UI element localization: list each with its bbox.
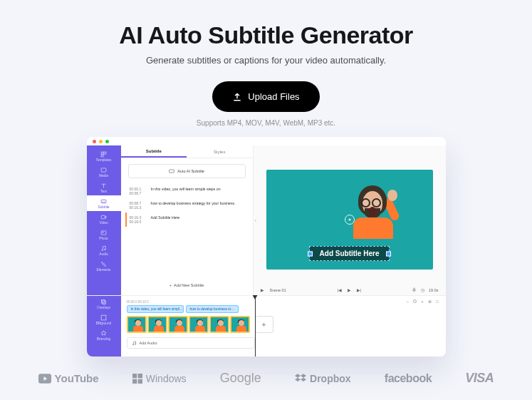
- svg-rect-1: [104, 152, 106, 154]
- add-clip-button[interactable]: +: [255, 316, 273, 333]
- svg-rect-5: [101, 215, 105, 219]
- titlebar: [87, 137, 446, 145]
- zoom-out-icon[interactable]: −: [407, 299, 410, 304]
- close-dot[interactable]: [93, 140, 96, 143]
- cc-icon: [169, 168, 174, 174]
- music-icon: [132, 341, 137, 346]
- prev-icon[interactable]: |◀: [338, 288, 342, 292]
- svg-rect-16: [103, 301, 106, 304]
- upload-label: Upload Files: [248, 91, 299, 102]
- clock-icon[interactable]: ◷: [421, 288, 424, 292]
- sidebar-item-branding[interactable]: Branding: [87, 327, 121, 343]
- supports-text: Supports MP4, MOV, M4V, WebM, MP3 etc.: [0, 119, 532, 127]
- facebook-logo: facebook: [385, 372, 432, 385]
- svg-rect-3: [101, 168, 106, 171]
- timeline-ruler: 00:00.0 00:10.0: [127, 299, 440, 305]
- fit-icon[interactable]: ⊕: [428, 299, 432, 304]
- scene-label: Scene 01: [270, 288, 286, 292]
- maximize-dot[interactable]: [105, 140, 109, 143]
- timeline-video-track[interactable]: +: [127, 315, 440, 334]
- collapse-panel-icon[interactable]: ‹: [255, 217, 257, 224]
- svg-rect-4: [101, 200, 106, 203]
- sidebar-item-text[interactable]: Text: [87, 180, 121, 195]
- sidebar-item-background[interactable]: BRground: [87, 312, 121, 327]
- mic-icon[interactable]: [412, 287, 417, 293]
- timeline: Overlays BRground Branding − + ⊕ □ 00:00…: [87, 295, 446, 357]
- svg-rect-22: [137, 374, 142, 378]
- sidebar-item-audio[interactable]: Audio: [87, 242, 121, 258]
- sidebar-item-media[interactable]: Media: [87, 164, 121, 180]
- windows-logo: Windows: [132, 373, 187, 384]
- duration-label: 19.0s: [429, 288, 438, 292]
- upload-button[interactable]: Upload Files: [212, 81, 319, 112]
- youtube-logo: YouTube: [38, 372, 99, 384]
- video-clip[interactable]: [147, 316, 167, 333]
- player-controls: ▶ Scene 01 |◀ ▶ ▶| ◷ 19.0s: [254, 285, 446, 295]
- hero: AI Auto Subtitle Generator Generate subt…: [0, 0, 532, 127]
- sidebar-item-subtitle[interactable]: Subtitle: [87, 195, 121, 211]
- auto-ai-subtitle-button[interactable]: Auto AI Subtitle: [128, 164, 246, 178]
- play-icon[interactable]: ▶: [261, 288, 264, 292]
- add-audio-button[interactable]: Add Audio: [127, 337, 255, 349]
- svg-rect-23: [132, 379, 137, 383]
- page-title: AI Auto Subtitle Generator: [0, 21, 532, 49]
- zoom-in-icon[interactable]: +: [421, 299, 424, 304]
- settings-icon[interactable]: □: [436, 299, 439, 304]
- editor-window: Templates Media Text Subtitle Video Phot…: [87, 137, 446, 357]
- svg-rect-2: [101, 154, 103, 156]
- add-subtitle-button[interactable]: + Add New Subtitle: [128, 280, 246, 291]
- video-clip[interactable]: [230, 316, 250, 333]
- svg-point-8: [102, 250, 103, 251]
- video-clip[interactable]: [189, 316, 209, 333]
- plus-icon: +: [169, 283, 172, 287]
- svg-rect-24: [137, 379, 142, 383]
- svg-rect-6: [101, 230, 106, 234]
- sidebar-item-overlays[interactable]: Overlays: [87, 296, 121, 312]
- subtitle-panel: Subtitle Styles Auto AI Subtitle 00:00.1…: [121, 145, 254, 295]
- dropbox-logo: Dropbox: [295, 373, 351, 384]
- subtitle-row[interactable]: 00:08.700:16.3 how to develop business s…: [125, 198, 246, 212]
- svg-point-9: [105, 249, 106, 250]
- focus-icon: [345, 215, 355, 225]
- google-logo: Google: [220, 371, 261, 386]
- minimize-dot[interactable]: [99, 140, 103, 143]
- subtitle-row[interactable]: 00:16.300:19.0 Add Subtitle Here: [125, 212, 246, 227]
- timeline-subtitle-clip[interactable]: how to develop business st…: [186, 305, 239, 313]
- visa-logo: VISA: [465, 371, 494, 386]
- sidebar-item-video[interactable]: Video: [87, 211, 121, 227]
- svg-point-19: [135, 344, 135, 344]
- tab-styles[interactable]: Styles: [187, 145, 253, 158]
- svg-point-18: [132, 344, 133, 344]
- tab-subtitle[interactable]: Subtitle: [121, 145, 187, 158]
- play-center-icon[interactable]: ▶: [348, 288, 351, 292]
- sidebar-item-elements[interactable]: Elements: [87, 258, 121, 274]
- upload-icon: [232, 92, 242, 102]
- brand-logos: YouTube Windows Google Dropbox facebook …: [0, 357, 532, 386]
- svg-point-11: [102, 262, 103, 263]
- video-clip[interactable]: [209, 316, 229, 333]
- subtitle-overlay[interactable]: Add Subtitle Here: [309, 246, 390, 261]
- sidebar-item-templates[interactable]: Templates: [87, 148, 121, 164]
- subtitle-row[interactable]: 00:00.100:08.7 In this video, you will l…: [125, 184, 246, 198]
- svg-point-10: [103, 263, 104, 265]
- next-icon[interactable]: ▶|: [357, 288, 361, 292]
- video-clip[interactable]: [168, 316, 188, 333]
- svg-rect-13: [169, 170, 174, 173]
- timeline-subtitle-clip[interactable]: In this video, you will learn simpl…: [127, 305, 184, 313]
- svg-rect-17: [101, 315, 106, 320]
- svg-rect-15: [102, 299, 105, 303]
- sidebar: Templates Media Text Subtitle Video Phot…: [87, 145, 121, 295]
- video-clip[interactable]: [127, 316, 147, 333]
- playhead[interactable]: [255, 296, 256, 357]
- video-preview[interactable]: Add Subtitle Here: [266, 170, 433, 270]
- video-subject: [348, 185, 397, 239]
- sidebar-item-photo[interactable]: Photo: [87, 227, 121, 242]
- page-subtitle: Generate subtitles or captions for your …: [0, 55, 532, 66]
- svg-point-12: [105, 265, 106, 267]
- svg-rect-0: [101, 152, 103, 154]
- svg-point-7: [103, 232, 104, 233]
- svg-rect-21: [132, 374, 137, 378]
- zoom-slider[interactable]: [413, 299, 417, 303]
- svg-rect-14: [414, 288, 415, 290]
- preview-area: ‹ Add Subtitle Here ▶ Scene 01: [254, 145, 446, 295]
